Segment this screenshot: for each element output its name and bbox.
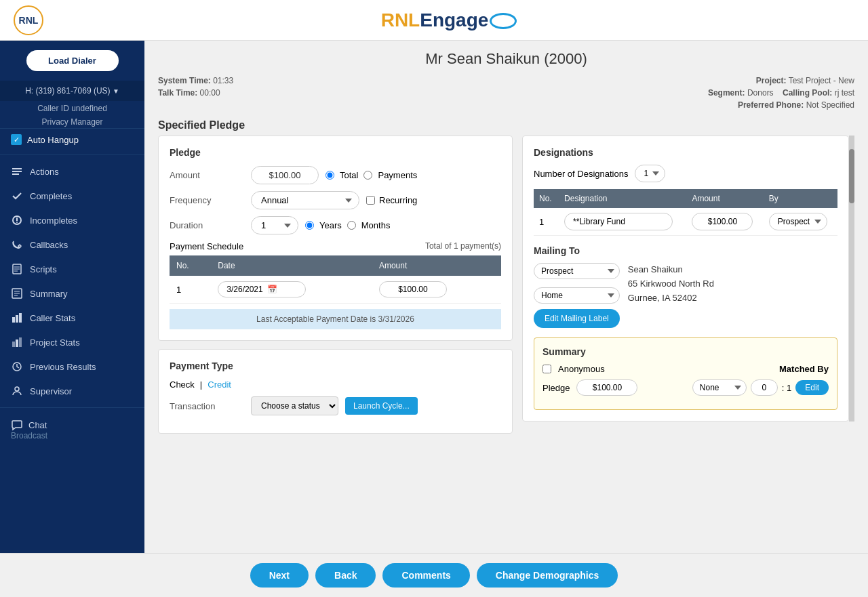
sidebar-item-label: Scripts [30,264,57,274]
amount-label: Amount [170,170,244,180]
mailing-title: Mailing To [534,245,837,256]
payment-type-header: Payment Type [170,361,501,371]
segment-pool-info: Segment: Donors Calling Pool: rj test [507,88,855,98]
sidebar-item-label: Completes [30,191,72,201]
svg-point-21 [15,387,19,391]
anonymous-label: Anonymous [558,364,605,374]
broadcast-label: Broadcast [11,431,134,440]
info-right: Project: Test Project - New Segment: Don… [507,76,855,110]
edit-button[interactable]: Edit [795,380,829,395]
sidebar-item-completes[interactable]: Completes [0,184,144,208]
total-radio[interactable] [326,171,334,180]
launch-cycle-button[interactable]: Launch Cycle... [345,397,418,415]
recurring-checkbox[interactable] [366,196,375,205]
schedule-table: No. Date Amount 1 3/26/2021 [170,255,501,304]
mailing-content: Prospect Home Edit Mailing Label [534,263,837,328]
previous-results-icon [11,361,23,373]
privacy-manager: Privacy Manager [0,116,144,128]
sidebar-item-previous-results[interactable]: Previous Results [0,354,144,379]
designations-header: Designations [534,147,837,158]
sidebar-item-callbacks[interactable]: Callbacks [0,232,144,257]
matched-by-select[interactable]: None [692,379,747,396]
sidebar-item-incompletes[interactable]: Incompletes [0,208,144,232]
desig-col-no: No. [534,189,559,208]
talk-time-label: Talk Time: [158,88,197,98]
sidebar-item-scripts[interactable]: Scripts [0,257,144,281]
months-label: Months [361,220,391,230]
last-acceptable-date: Last Acceptable Payment Date is 3/31/202… [170,309,501,329]
scrollbar[interactable] [849,136,854,421]
sidebar-item-supervisor[interactable]: Supervisor [0,379,144,403]
ratio-input[interactable] [751,379,778,396]
months-radio[interactable] [347,221,356,230]
next-button[interactable]: Next [250,563,309,588]
bottom-bar: Next Back Comments Change Demographics [0,553,868,597]
caller-id: Caller ID undefined [0,101,144,116]
duration-row: Duration 1 Years Months [170,216,501,234]
edit-mailing-label-button[interactable]: Edit Mailing Label [534,309,620,328]
mailing-prospect-select[interactable]: Prospect [534,263,620,279]
designation-input[interactable] [564,213,673,230]
chat-section[interactable]: Chat Broadcast [0,412,144,447]
desig-col-by: By [764,189,837,208]
system-time-label: System Time: [158,76,211,85]
schedule-header-row: Payment Schedule Total of 1 payment(s) [170,241,501,251]
credit-link[interactable]: Credit [208,379,231,390]
anonymous-checkbox[interactable] [542,365,551,373]
transaction-select[interactable]: Choose a status [251,396,338,415]
main-layout: Load Dialer H: (319) 861-7069 (US) ▼ Cal… [0,41,868,553]
brand-engage: Engage [420,9,488,30]
auto-hangup-row[interactable]: ✓ Auto Hangup [0,128,144,150]
desig-by-select[interactable]: Prospect [769,213,827,230]
recurring-text: Recurring [379,195,417,205]
sidebar-item-actions[interactable]: Actions [0,159,144,184]
svg-point-5 [16,222,18,223]
total-payments-radio: Total Payments [326,170,417,180]
back-button[interactable]: Back [315,563,376,588]
mailing-home-select[interactable]: Home [534,287,620,304]
info-bar: System Time: 01:33 Talk Time: 00:00 Proj… [144,73,868,115]
preferred-phone-label: Preferred Phone: [738,100,804,110]
sidebar-item-label: Supervisor [30,386,72,396]
date-input[interactable]: 3/26/2021 📅 [218,281,306,297]
frequency-label: Frequency [170,195,244,205]
payments-radio[interactable] [363,171,372,180]
num-desig-select[interactable]: 1 [635,165,665,182]
load-dialer-button[interactable]: Load Dialer [25,49,120,73]
amount-input[interactable] [251,166,319,184]
sidebar-item-label: Summary [30,289,68,299]
page-title: Mr Sean Shaikun (2000) [158,50,854,68]
pledge-summary-input[interactable] [576,379,637,396]
content-area: Mr Sean Shaikun (2000) System Time: 01:3… [144,41,868,553]
desig-col-designation: Designation [559,189,686,208]
svg-rect-17 [12,342,15,347]
brand-rnl: RNL [381,9,420,30]
talk-time: Talk Time: 00:00 [158,88,507,98]
card-right: Designations Number of Designations 1 [522,136,854,434]
completes-icon [11,190,23,202]
svg-rect-15 [16,315,18,323]
frequency-select[interactable]: Annual [251,191,359,209]
svg-rect-16 [19,313,22,323]
desig-row-amount [686,208,763,236]
auto-hangup-checkbox[interactable]: ✓ [11,134,22,145]
sidebar-item-summary[interactable]: Summary [0,281,144,306]
actions-icon [11,165,23,178]
schedule-amount-input[interactable] [379,281,447,297]
payment-schedule-label: Payment Schedule [170,241,243,251]
scripts-icon [11,263,23,275]
sidebar-item-caller-stats[interactable]: Caller Stats [0,306,144,330]
top-header: RNL RNLEngage [0,0,868,41]
desig-amount-input[interactable] [692,213,753,230]
sidebar-item-project-stats[interactable]: Project Stats [0,330,144,354]
row-date: 3/26/2021 📅 [211,276,372,304]
change-demographics-button[interactable]: Change Demographics [477,563,618,588]
years-radio[interactable] [305,221,314,230]
comments-button[interactable]: Comments [382,563,469,588]
sidebar-item-label: Callbacks [30,240,68,250]
duration-select[interactable]: 1 [251,216,298,234]
infinity-icon [490,13,517,29]
col-no: No. [170,255,211,276]
summary-icon [11,287,23,300]
svg-rect-2 [12,173,19,175]
